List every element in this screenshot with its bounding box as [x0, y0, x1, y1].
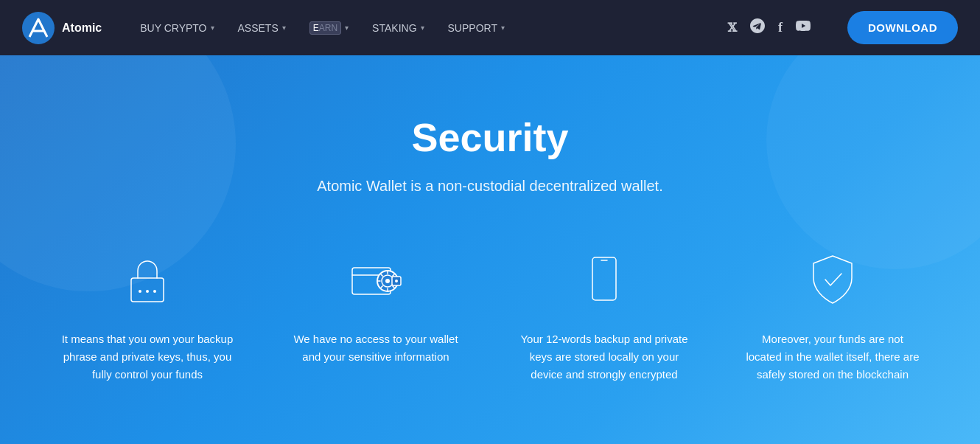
- feature-item-phone: Your 12-words backup and private keys ar…: [505, 246, 704, 384]
- navbar: Atomic BUY CRYPTO ▾ ASSETS ▾ EARN ▾ STAK…: [0, 0, 980, 55]
- svg-point-3: [146, 290, 149, 293]
- chevron-down-icon: ▾: [211, 24, 214, 32]
- nav-support[interactable]: SUPPORT ▾: [439, 16, 514, 40]
- feature-text-wallet: We have no access to your wallet and you…: [287, 330, 464, 366]
- social-links: 𝕏 f: [728, 18, 811, 37]
- shield-check-icon: [799, 246, 866, 313]
- logo[interactable]: Atomic: [22, 12, 102, 44]
- download-button[interactable]: DOWNLOAD: [847, 11, 958, 44]
- nav-staking[interactable]: STAKING ▾: [363, 16, 433, 40]
- feature-text-phone: Your 12-words backup and private keys ar…: [516, 330, 693, 384]
- wallet-icon: [343, 246, 409, 313]
- svg-point-8: [385, 279, 390, 283]
- feature-item-shield: Moreover, your funds are not located in …: [733, 246, 932, 384]
- feature-item-wallet: We have no access to your wallet and you…: [276, 246, 475, 384]
- features-grid: It means that you own your backup phrase…: [48, 246, 932, 384]
- hero-section: Security Atomic Wallet is a non-custodia…: [0, 55, 980, 444]
- svg-point-2: [139, 290, 141, 293]
- nav-earn[interactable]: EARN ▾: [301, 15, 357, 41]
- feature-text-lock: It means that you own your backup phrase…: [59, 330, 236, 384]
- nav-assets[interactable]: ASSETS ▾: [229, 16, 295, 40]
- chevron-down-icon: ▾: [282, 24, 286, 32]
- logo-text: Atomic: [62, 21, 102, 35]
- svg-rect-19: [592, 257, 616, 300]
- nav-links: BUY CRYPTO ▾ ASSETS ▾ EARN ▾ STAKING ▾ S…: [131, 15, 705, 41]
- hero-title: Security: [411, 114, 568, 160]
- svg-point-18: [395, 280, 398, 282]
- facebook-icon[interactable]: f: [778, 20, 783, 35]
- chevron-down-icon: ▾: [421, 24, 424, 32]
- feature-item-lock: It means that you own your backup phrase…: [48, 246, 247, 384]
- feature-text-shield: Moreover, your funds are not located in …: [744, 330, 921, 384]
- lock-icon: [114, 246, 181, 313]
- phone-icon: [571, 246, 637, 313]
- twitter-icon[interactable]: 𝕏: [728, 21, 737, 35]
- svg-point-0: [22, 12, 55, 44]
- chevron-down-icon: ▾: [345, 24, 349, 32]
- earn-badge: EARN: [309, 21, 341, 35]
- telegram-icon[interactable]: [750, 18, 765, 37]
- hero-subtitle: Atomic Wallet is a non-custodial decentr…: [317, 178, 662, 195]
- svg-point-4: [153, 290, 156, 293]
- nav-buy-crypto[interactable]: BUY CRYPTO ▾: [131, 16, 223, 40]
- youtube-icon[interactable]: [796, 18, 811, 37]
- chevron-down-icon: ▾: [501, 24, 505, 32]
